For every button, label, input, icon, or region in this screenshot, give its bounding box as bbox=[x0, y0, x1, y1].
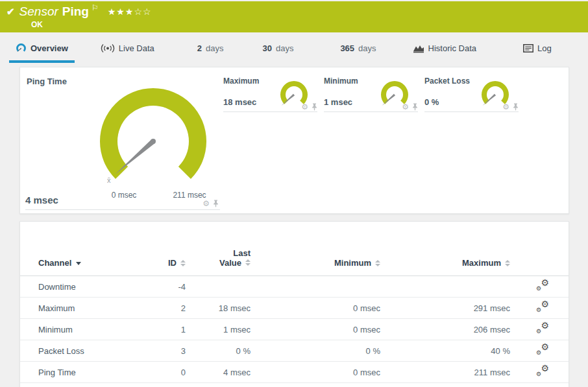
column-header-maximum[interactable]: Maximum bbox=[380, 258, 510, 268]
channel-settings-gears-icon[interactable]: ⚙⚙ bbox=[536, 344, 549, 356]
channel-minimum: 0 msec bbox=[251, 303, 380, 313]
flag-icon[interactable]: ⚐ bbox=[92, 3, 99, 12]
sensor-type-label: Sensor bbox=[19, 5, 58, 19]
channel-name: Minimum bbox=[38, 325, 150, 334]
channel-last-value: 0 % bbox=[186, 346, 251, 356]
ping-time-gauge bbox=[95, 83, 212, 200]
average-marker: x̄ bbox=[107, 176, 111, 184]
maximum-gauge-label: Maximum bbox=[223, 76, 259, 86]
gauge-gear-icon[interactable]: ⚙ bbox=[202, 200, 210, 207]
minimum-gauge-label: Minimum bbox=[324, 76, 358, 86]
last-value-header-line1: Last bbox=[233, 248, 251, 258]
channel-name: Packet Loss bbox=[38, 346, 150, 356]
gauge-gear-icon[interactable]: ⚙ bbox=[402, 103, 409, 111]
channel-maximum: 40 % bbox=[380, 346, 510, 356]
channel-maximum: 211 msec bbox=[380, 368, 510, 377]
channels-table-panel: Channel ID Last Value Minimum Maximum Do… bbox=[19, 221, 569, 387]
channel-name: Maximum bbox=[38, 303, 150, 313]
tab-log-label: Log bbox=[537, 43, 552, 53]
gauge-gear-icon[interactable]: ⚙ bbox=[502, 103, 509, 111]
tab-2-days-unit: days bbox=[206, 43, 223, 53]
area-chart-icon bbox=[413, 44, 424, 53]
column-header-minimum[interactable]: Minimum bbox=[251, 258, 380, 268]
tab-365-days-number: 365 bbox=[340, 43, 354, 53]
channel-name: Downtime bbox=[38, 282, 150, 292]
tab-historic-data[interactable]: Historic Data bbox=[406, 32, 483, 63]
sort-arrows-icon bbox=[375, 260, 380, 266]
channel-minimum: 0 % bbox=[251, 346, 380, 356]
sort-arrows-icon bbox=[245, 259, 251, 266]
tab-30-days-unit: days bbox=[276, 43, 293, 53]
sensor-header: ✔ Sensor Ping ⚐ ★★★☆☆ OK bbox=[0, 1, 588, 32]
channel-last-value: 4 msec bbox=[186, 368, 251, 377]
gauge-scale-max: 211 msec bbox=[160, 191, 219, 200]
channel-last-value: 18 msec bbox=[186, 303, 251, 313]
channel-maximum: 291 msec bbox=[380, 303, 510, 313]
packet-loss-gauge-value: 0 % bbox=[424, 97, 439, 107]
stars-empty[interactable]: ☆☆ bbox=[134, 6, 151, 17]
log-list-icon bbox=[523, 44, 533, 53]
tab-overview[interactable]: Overview bbox=[9, 32, 75, 63]
tab-30-days[interactable]: 30 days bbox=[256, 32, 300, 63]
gauge-scale-min: 0 msec bbox=[98, 191, 150, 200]
column-header-channel[interactable]: Channel bbox=[38, 258, 150, 268]
sort-arrows-icon bbox=[505, 260, 510, 266]
channel-maximum: 206 msec bbox=[380, 325, 510, 334]
pin-icon[interactable] bbox=[412, 103, 418, 111]
packet-loss-gauge-block: Packet Loss 0 % ⚙ bbox=[424, 71, 519, 112]
channel-minimum: 0 msec bbox=[251, 325, 380, 334]
tab-live-data[interactable]: Live Data bbox=[94, 32, 161, 63]
minimum-header-label: Minimum bbox=[334, 258, 371, 268]
tab-log[interactable]: Log bbox=[517, 32, 558, 63]
ping-time-gauge-block: Ping Time x̄ 0 msec 211 msec 4 msec ⚙ bbox=[25, 71, 220, 210]
pin-icon[interactable] bbox=[312, 103, 317, 111]
channel-name: Ping Time bbox=[38, 368, 150, 377]
status-ok-check-icon: ✔ bbox=[6, 6, 15, 18]
tab-365-days-unit: days bbox=[358, 43, 376, 53]
tab-2-days[interactable]: 2 days bbox=[191, 32, 230, 63]
table-row: Ping Time 0 4 msec 0 msec 211 msec ⚙⚙ bbox=[20, 362, 569, 383]
tab-2-days-number: 2 bbox=[197, 43, 202, 53]
minimum-gauge-block: Minimum 1 msec ⚙ bbox=[324, 71, 418, 112]
channel-id: -4 bbox=[150, 282, 186, 292]
tab-bar: Overview Live Data 2 days 30 days 365 da… bbox=[0, 32, 588, 63]
packet-loss-gauge-label: Packet Loss bbox=[424, 76, 470, 86]
status-badge: OK bbox=[31, 20, 582, 29]
tab-365-days[interactable]: 365 days bbox=[334, 32, 382, 63]
broadcast-icon bbox=[101, 43, 115, 53]
minimum-gauge-value: 1 msec bbox=[324, 97, 352, 107]
tab-overview-label: Overview bbox=[31, 43, 68, 53]
pin-icon[interactable] bbox=[513, 103, 519, 111]
column-header-id[interactable]: ID bbox=[150, 258, 186, 268]
channel-settings-gears-icon[interactable]: ⚙⚙ bbox=[536, 301, 549, 313]
tab-live-data-label: Live Data bbox=[119, 43, 154, 53]
id-header-label: ID bbox=[168, 258, 177, 268]
channel-settings-gears-icon[interactable]: ⚙⚙ bbox=[536, 365, 549, 377]
maximum-gauge-block: Maximum 18 msec ⚙ bbox=[223, 71, 317, 112]
ping-time-value: 4 msec bbox=[25, 194, 58, 205]
table-row: Maximum 2 18 msec 0 msec 291 msec ⚙⚙ bbox=[20, 298, 569, 319]
column-header-last-value[interactable]: Last Value bbox=[186, 248, 251, 268]
stars-filled[interactable]: ★★★ bbox=[108, 6, 134, 17]
pin-icon[interactable] bbox=[213, 200, 219, 207]
channel-settings-gears-icon[interactable]: ⚙⚙ bbox=[536, 322, 549, 334]
gauge-gear-icon[interactable]: ⚙ bbox=[301, 103, 308, 111]
maximum-gauge-value: 18 msec bbox=[223, 97, 256, 107]
channel-minimum: 0 msec bbox=[251, 368, 380, 377]
sensor-name: Ping bbox=[62, 5, 89, 19]
channel-id: 3 bbox=[150, 346, 186, 356]
channel-header-label: Channel bbox=[38, 258, 71, 268]
channel-last-value: 1 msec bbox=[186, 325, 251, 334]
priority-stars[interactable]: ★★★☆☆ bbox=[108, 6, 152, 17]
tab-30-days-number: 30 bbox=[262, 43, 271, 53]
table-row: Downtime -4 ⚙⚙ bbox=[20, 276, 569, 298]
channel-id: 0 bbox=[150, 368, 186, 377]
channel-id: 2 bbox=[150, 303, 186, 313]
last-value-header-line2: Value bbox=[219, 258, 241, 268]
main-gauge-title: Ping Time bbox=[27, 76, 67, 86]
overview-gauges-panel: Ping Time x̄ 0 msec 211 msec 4 msec ⚙ Ma… bbox=[19, 67, 569, 214]
sort-arrows-icon bbox=[180, 260, 186, 266]
maximum-header-label: Maximum bbox=[462, 258, 501, 268]
table-row: Packet Loss 3 0 % 0 % 40 % ⚙⚙ bbox=[20, 340, 569, 362]
channel-settings-gears-icon[interactable]: ⚙⚙ bbox=[536, 279, 549, 292]
